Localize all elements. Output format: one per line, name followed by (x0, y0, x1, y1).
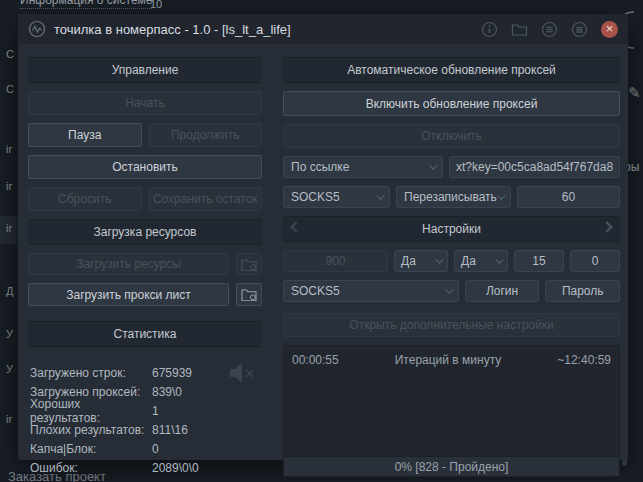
bg-fragment: У (6, 328, 13, 340)
pause-button[interactable]: Пауза (28, 123, 142, 147)
settings-proxy-type-select[interactable]: SOCKS5 (283, 280, 459, 302)
log-menu-icon[interactable] (541, 21, 558, 38)
proxy-source-value: По ссылке (291, 160, 349, 174)
stat-value: 2089\0\0 (152, 461, 199, 475)
bg-fragment: С (6, 48, 14, 60)
bg-fragment: ir (6, 413, 12, 425)
settings-next-icon[interactable] (601, 221, 612, 232)
proxy-mode-select[interactable]: Перезаписывать (396, 186, 511, 208)
window-title: точилка в номерпасс - 1.0 - [ls_lt_a_lif… (54, 22, 481, 37)
run-status-panel: 00:00:55 Итераций в минуту ~12:40:59 0% … (283, 345, 620, 477)
option2-value: Да (461, 254, 476, 268)
stop-button[interactable]: Остановить (28, 155, 262, 179)
settings-menu-icon[interactable] (571, 21, 588, 38)
chevron-down-icon (429, 161, 437, 169)
proxy-mode-value: Перезаписывать (404, 190, 497, 204)
timeout-input[interactable] (283, 250, 388, 272)
bg-fragment: ir (6, 222, 12, 234)
stat-row-captcha: Капча|Блок:0 (30, 439, 260, 458)
bg-top-number: 10 (150, 0, 162, 10)
info-icon[interactable] (481, 21, 498, 38)
extra-input[interactable] (570, 250, 620, 272)
stat-value: 811\16 (152, 423, 188, 437)
load-proxy-list-button[interactable]: Загрузить прокси лист (28, 283, 229, 306)
folder-icon[interactable] (511, 21, 528, 38)
settings-proxy-type-value: SOCKS5 (291, 284, 340, 298)
stat-value: 675939 (152, 366, 192, 380)
start-button[interactable]: Начать (28, 91, 262, 115)
statistics-panel: Загружено строк:675939 Загружено проксей… (28, 355, 262, 477)
open-advanced-settings-button[interactable]: Открыть дополнительные настройки (283, 313, 620, 337)
option1-value: Да (401, 254, 416, 268)
volume-muted-icon[interactable] (228, 361, 258, 385)
bg-left-strip: С С ir ir ir Д У У ir (0, 0, 17, 482)
stat-value: 839\0 (152, 385, 182, 399)
section-settings: Настройки (283, 216, 620, 242)
elapsed-time: 00:00:55 (292, 353, 339, 367)
progress-text: 0% [828 - Пройдено] (395, 460, 509, 474)
app-window: точилка в номерпасс - 1.0 - [ls_lt_a_lif… (18, 14, 628, 460)
proxy-type-select[interactable]: SOCKS5 (283, 186, 390, 208)
threads-input[interactable] (514, 250, 564, 272)
proxy-source-select[interactable]: По ссылке (283, 156, 443, 178)
chevron-down-icon (435, 255, 443, 263)
password-input[interactable] (545, 280, 620, 302)
chevron-down-icon (495, 255, 503, 263)
stat-row-bad: Плохих результатов:811\16 (30, 420, 260, 439)
titlebar[interactable]: точилка в номерпасс - 1.0 - [ls_lt_a_lif… (18, 14, 628, 44)
bg-fragment: У (6, 363, 13, 375)
section-resources: Загрузка ресурсов (28, 219, 262, 245)
login-input[interactable] (465, 280, 540, 302)
stat-row-lines: Загружено строк:675939 (30, 363, 260, 382)
folder-add-icon (241, 288, 257, 301)
enable-proxy-update-button[interactable]: Включить обновление проксей (283, 91, 620, 116)
bg-fragment: С (6, 83, 14, 95)
folder-add-icon (241, 258, 257, 271)
chevron-down-icon (376, 191, 384, 199)
stat-value: 1 (152, 404, 159, 418)
bg-fragment: Д (6, 285, 13, 297)
section-proxy-update: Автоматическое обновление проксей (283, 57, 620, 83)
progress-bar: 0% [828 - Пройдено] (284, 456, 619, 476)
reset-button[interactable]: Сбросить (28, 187, 142, 211)
save-rest-button[interactable]: Сохранить остаток (149, 187, 263, 211)
chevron-down-icon (445, 285, 453, 293)
section-control: Управление (28, 57, 262, 83)
option1-select[interactable]: Да (394, 250, 448, 272)
proxy-type-value: SOCKS5 (291, 190, 340, 204)
pencil-icon: ✎ (628, 84, 641, 102)
stat-row-errors: Ошибок:2089\0\0 (30, 458, 260, 477)
resume-button[interactable]: Продолжить (149, 123, 263, 147)
load-resources-button[interactable]: Загрузить ресурсы (28, 253, 229, 275)
disable-proxy-update-button[interactable]: Отключить (283, 124, 620, 148)
stat-value: 0 (152, 442, 159, 456)
browse-proxy-button[interactable] (236, 283, 262, 306)
browse-resources-button[interactable] (236, 253, 262, 275)
bg-fragment: ir (6, 180, 12, 192)
chevron-down-icon (497, 191, 505, 199)
update-interval-input[interactable] (517, 186, 620, 208)
close-button[interactable]: × (601, 21, 618, 38)
stat-row-good: Хороших результатов:1 (30, 401, 260, 420)
eta-time: ~12:40:59 (557, 353, 611, 367)
bg-window-title-clipped: Информация о системе (20, 0, 152, 9)
iterations-label: Итераций в минуту (395, 353, 502, 367)
settings-prev-icon[interactable] (290, 221, 301, 232)
app-pulse-icon (28, 20, 46, 38)
bg-fragment: ir (6, 143, 12, 155)
option2-select[interactable]: Да (454, 250, 508, 272)
proxy-url-input[interactable] (449, 156, 620, 178)
section-statistics: Статистика (28, 321, 262, 347)
